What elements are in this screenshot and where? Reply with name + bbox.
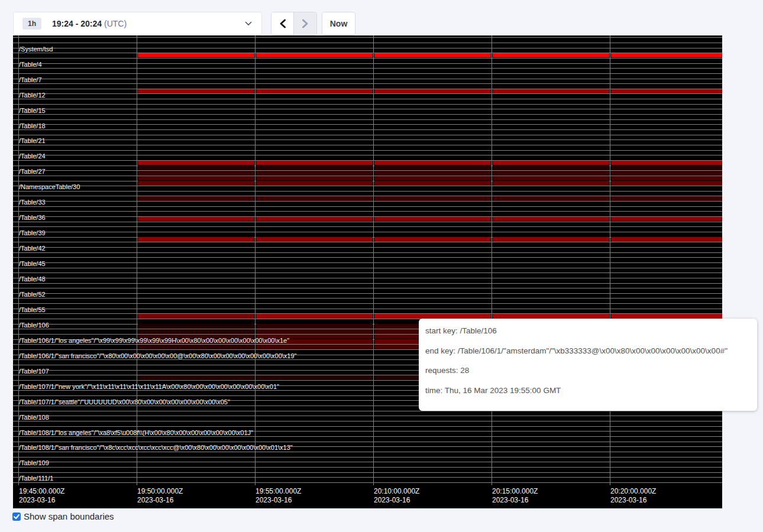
prev-interval-button[interactable] — [271, 12, 294, 35]
heat-bar[interactable] — [493, 166, 609, 170]
span-boundary-line — [13, 416, 722, 416]
heat-bar[interactable] — [611, 181, 723, 186]
heat-bar[interactable] — [256, 176, 373, 181]
show-span-boundaries-checkbox[interactable] — [12, 512, 21, 521]
heat-bar[interactable] — [138, 171, 254, 176]
span-boundary-line — [13, 472, 722, 473]
heat-bar[interactable] — [374, 181, 491, 186]
row-label: /Table/45 — [19, 260, 46, 267]
heat-bar[interactable] — [256, 324, 373, 329]
heat-bar[interactable] — [493, 217, 609, 222]
heat-bar[interactable] — [374, 314, 491, 319]
time-gridline — [492, 35, 492, 485]
heat-bar[interactable] — [611, 53, 723, 58]
heat-bar[interactable] — [374, 171, 491, 176]
span-boundary-line — [13, 211, 722, 212]
heat-bar[interactable] — [374, 89, 491, 94]
heat-bar[interactable] — [611, 314, 723, 319]
heat-bar[interactable] — [611, 171, 723, 176]
key-visualizer-canvas[interactable]: /System/tsd/Table/4/Table/7/Table/12/Tab… — [13, 35, 722, 508]
heat-bar[interactable] — [138, 53, 254, 58]
heat-bar[interactable] — [493, 53, 609, 58]
heat-bar[interactable] — [256, 314, 373, 319]
span-boundary-line — [13, 268, 722, 268]
heat-bar[interactable] — [611, 176, 723, 181]
heat-bar[interactable] — [611, 237, 723, 242]
row-label: /Table/21 — [19, 137, 46, 144]
time-range-timezone: (UTC) — [104, 19, 127, 28]
span-boundary-line — [13, 155, 722, 155]
heat-bar[interactable] — [138, 161, 254, 166]
row-label: /Table/55 — [19, 306, 46, 313]
heat-bar[interactable] — [138, 375, 254, 380]
time-gridline — [373, 35, 374, 485]
span-tooltip: start key: /Table/106 end key: /Table/10… — [419, 319, 757, 411]
time-axis-label: 20:20:00.000Z2023-03-16 — [610, 487, 656, 504]
span-boundary-line — [13, 477, 722, 478]
heat-bar[interactable] — [138, 181, 254, 186]
heat-bar[interactable] — [256, 217, 373, 222]
heat-bar[interactable] — [374, 161, 491, 166]
heat-bar[interactable] — [374, 166, 491, 170]
heat-bar[interactable] — [256, 345, 373, 349]
heat-bar[interactable] — [611, 161, 723, 166]
heat-bar[interactable] — [493, 181, 609, 186]
heat-bar[interactable] — [374, 217, 491, 222]
heat-bar[interactable] — [256, 329, 373, 334]
heat-bar[interactable] — [256, 89, 373, 94]
heat-bar[interactable] — [138, 329, 254, 334]
next-interval-button[interactable] — [294, 12, 316, 35]
heat-bar[interactable] — [256, 166, 373, 170]
heat-bar[interactable] — [374, 176, 491, 181]
row-label: /Table/15 — [19, 107, 46, 114]
span-boundary-line — [13, 452, 722, 452]
row-label: /Table/4 — [19, 61, 42, 68]
row-label: /Table/36 — [19, 214, 46, 221]
heat-bar[interactable] — [256, 237, 373, 242]
heat-bar[interactable] — [138, 324, 254, 329]
row-label: /Table/107/1/"new york"/"\x11\x11\x11\x1… — [19, 383, 279, 390]
heat-bar[interactable] — [138, 237, 254, 242]
heat-bar[interactable] — [493, 176, 609, 181]
heat-bar[interactable] — [611, 217, 723, 222]
span-boundary-line — [13, 63, 722, 64]
heat-bar[interactable] — [374, 53, 491, 58]
heat-bar[interactable] — [493, 196, 609, 201]
heat-bar[interactable] — [374, 237, 491, 242]
span-boundary-line — [13, 114, 722, 115]
heat-bar[interactable] — [138, 89, 254, 94]
heat-bar[interactable] — [493, 161, 609, 166]
row-label: /Table/12 — [19, 92, 46, 99]
heat-bar[interactable] — [256, 375, 373, 380]
time-range-label: 19:24 - 20:24 (UTC) — [52, 19, 127, 28]
heat-bar[interactable] — [493, 237, 609, 242]
heat-bar[interactable] — [611, 166, 723, 170]
span-boundary-line — [13, 288, 722, 288]
heat-bar[interactable] — [493, 171, 609, 176]
heat-bar[interactable] — [138, 196, 254, 201]
heat-bar[interactable] — [611, 196, 723, 201]
heat-bar[interactable] — [256, 196, 373, 201]
heat-bar[interactable] — [138, 176, 254, 181]
span-boundary-line — [13, 99, 722, 99]
heat-bar[interactable] — [256, 161, 373, 166]
heat-bar[interactable] — [611, 89, 723, 94]
heat-bar[interactable] — [138, 314, 254, 319]
time-range-select[interactable]: 1h 19:24 - 20:24 (UTC) — [13, 12, 262, 35]
heat-bar[interactable] — [138, 217, 254, 222]
heat-bar[interactable] — [138, 166, 254, 170]
heat-bar[interactable] — [256, 181, 373, 186]
span-boundary-line — [13, 298, 722, 299]
span-boundary-line — [13, 145, 722, 145]
now-button[interactable]: Now — [322, 12, 355, 35]
heat-bar[interactable] — [256, 53, 373, 58]
row-label: /Table/24 — [19, 153, 46, 160]
heat-bar[interactable] — [256, 171, 373, 176]
row-label: /Table/108 — [19, 414, 49, 421]
heat-bar[interactable] — [493, 89, 609, 94]
heat-bar[interactable] — [138, 345, 254, 349]
row-label: /Table/48 — [19, 275, 46, 283]
heat-bar[interactable] — [493, 314, 609, 319]
heat-bar[interactable] — [374, 196, 491, 201]
span-boundary-line — [13, 79, 722, 79]
